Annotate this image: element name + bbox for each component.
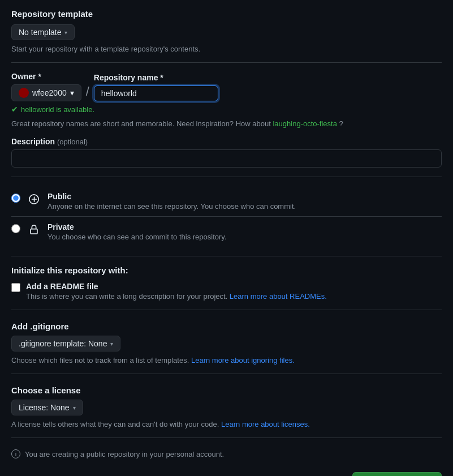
create-button-row: Create repository	[11, 472, 442, 476]
divider-2	[11, 177, 442, 177]
gitignore-learn-more-link[interactable]: Learn more about ignoring files.	[191, 356, 295, 364]
divider-6	[11, 438, 442, 438]
gitignore-dropdown[interactable]: .gitignore template: None ▾	[11, 336, 120, 351]
notice-text: You are creating a public repository in …	[25, 450, 224, 458]
availability-message: ✔ helloworld is available.	[11, 105, 442, 114]
template-section-label: Repository template	[11, 9, 442, 19]
suggested-name-link[interactable]: laughing-octo-fiesta	[273, 119, 336, 128]
repo-name-field-group: Repository name *	[94, 73, 218, 101]
repo-name-field-label: Repository name *	[94, 73, 218, 82]
initialize-section: Initialize this repository with: Add a R…	[11, 265, 442, 301]
owner-chevron-icon: ▾	[70, 88, 74, 97]
private-radio[interactable]	[11, 224, 20, 233]
private-option: Private You choose who can see and commi…	[11, 216, 442, 247]
readme-checkbox[interactable]	[11, 283, 20, 292]
chevron-down-icon: ▾	[64, 29, 67, 36]
repo-name-input[interactable]	[94, 85, 218, 101]
owner-field-group: Owner * wfee2000 ▾	[11, 72, 81, 101]
license-chevron-icon: ▾	[73, 405, 76, 411]
private-icon	[27, 223, 41, 237]
initialize-title: Initialize this repository with:	[11, 265, 442, 275]
notice-section: i You are creating a public repository i…	[11, 449, 442, 458]
private-radio-desc: You choose who can see and commit to thi…	[48, 233, 227, 241]
inspiration-suffix: ?	[339, 119, 343, 128]
inspiration-prefix: Great repository names are short and mem…	[11, 119, 271, 128]
divider-3	[11, 256, 442, 256]
license-learn-more-link[interactable]: Learn more about licenses.	[221, 420, 310, 428]
create-repository-button[interactable]: Create repository	[352, 472, 442, 476]
divider-5	[11, 374, 442, 374]
inspiration-text: Great repository names are short and mem…	[11, 119, 442, 128]
slash-separator: /	[86, 84, 89, 101]
public-radio-desc: Anyone on the internet can see this repo…	[48, 202, 296, 211]
owner-required-marker: *	[38, 72, 41, 81]
gitignore-dropdown-label: .gitignore template: None	[19, 339, 107, 348]
gitignore-chevron-icon: ▾	[110, 341, 113, 347]
license-dropdown-label: License: None	[19, 403, 70, 412]
description-label: Description (optional)	[11, 137, 442, 146]
public-radio-content: Public Anyone on the internet can see th…	[48, 192, 296, 211]
optional-tag: (optional)	[57, 138, 88, 146]
gitignore-section: Add .gitignore .gitignore template: None…	[11, 321, 442, 364]
private-radio-title: Private	[48, 222, 227, 231]
repo-name-required-marker: *	[160, 73, 163, 82]
readme-title: Add a README file	[26, 282, 327, 291]
public-icon	[27, 192, 41, 206]
description-section: Description (optional)	[11, 137, 442, 168]
repository-template-section: Repository template No template ▾ Start …	[11, 9, 442, 53]
gitignore-helper: Choose which files not to track from a l…	[11, 356, 442, 364]
readme-desc: This is where you can write a long descr…	[26, 292, 327, 301]
owner-repo-row: Owner * wfee2000 ▾ / Repository name *	[11, 72, 442, 101]
info-icon: i	[11, 449, 20, 458]
license-section: Choose a license License: None ▾ A licen…	[11, 385, 442, 428]
description-input[interactable]	[11, 149, 442, 168]
private-radio-content: Private You choose who can see and commi…	[48, 222, 227, 241]
readme-option: Add a README file This is where you can …	[11, 282, 442, 301]
template-dropdown[interactable]: No template ▾	[11, 24, 75, 40]
gitignore-title: Add .gitignore	[11, 321, 442, 331]
license-helper: A license tells others what they can and…	[11, 420, 442, 428]
availability-text: helloworld is available.	[21, 105, 94, 114]
divider-1	[11, 62, 442, 63]
check-circle-icon: ✔	[11, 105, 18, 114]
license-dropdown[interactable]: License: None ▾	[11, 400, 83, 415]
owner-avatar	[19, 88, 29, 98]
divider-4	[11, 310, 442, 310]
readme-content: Add a README file This is where you can …	[26, 282, 327, 301]
owner-field-label: Owner *	[11, 72, 81, 81]
readme-learn-more-link[interactable]: Learn more about READMEs.	[230, 292, 327, 301]
license-title: Choose a license	[11, 385, 442, 395]
owner-username: wfee2000	[32, 88, 67, 97]
public-radio-title: Public	[48, 192, 296, 201]
template-helper-text: Start your repository with a template re…	[11, 45, 442, 53]
public-radio[interactable]	[11, 194, 20, 203]
public-option: Public Anyone on the internet can see th…	[11, 186, 442, 216]
owner-dropdown[interactable]: wfee2000 ▾	[11, 84, 81, 101]
template-dropdown-label: No template	[19, 28, 61, 37]
visibility-section: Public Anyone on the internet can see th…	[11, 186, 442, 247]
